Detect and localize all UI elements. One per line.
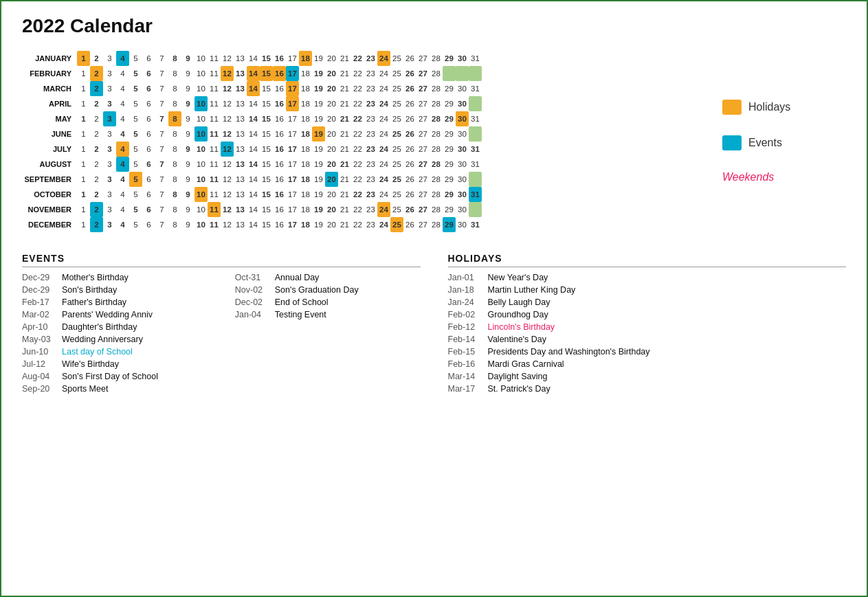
calendar-cell[interactable]: 23 [364, 157, 377, 172]
calendar-cell[interactable]: 4 [116, 51, 129, 66]
calendar-cell[interactable]: 19 [312, 217, 325, 232]
calendar-cell[interactable]: 22 [351, 81, 364, 96]
calendar-cell[interactable]: 13 [234, 111, 247, 126]
calendar-cell[interactable]: 29 [443, 202, 456, 217]
calendar-cell[interactable]: 22 [351, 202, 364, 217]
calendar-cell[interactable]: 17 [286, 66, 299, 81]
calendar-cell[interactable]: 20 [325, 66, 338, 81]
calendar-cell[interactable]: 21 [338, 96, 351, 111]
calendar-cell[interactable]: 29 [443, 172, 456, 187]
calendar-cell[interactable]: 24 [377, 157, 390, 172]
calendar-cell[interactable]: 2 [90, 51, 103, 66]
calendar-cell[interactable]: 25 [390, 202, 403, 217]
calendar-cell[interactable]: 12 [221, 126, 234, 142]
calendar-cell[interactable]: 25 [390, 142, 403, 157]
calendar-cell[interactable]: 3 [103, 187, 116, 202]
calendar-cell[interactable]: 16 [273, 157, 286, 172]
calendar-cell[interactable]: 18 [299, 81, 312, 96]
calendar-cell[interactable]: 14 [247, 142, 260, 157]
calendar-cell[interactable]: 25 [390, 111, 403, 126]
calendar-cell[interactable]: 2 [90, 142, 103, 157]
calendar-cell[interactable]: 12 [221, 66, 234, 81]
calendar-cell[interactable]: 4 [116, 202, 129, 217]
calendar-cell[interactable]: 11 [208, 157, 221, 172]
calendar-cell[interactable]: 25 [390, 157, 403, 172]
calendar-cell[interactable]: 13 [234, 187, 247, 202]
calendar-cell[interactable]: 5 [129, 157, 142, 172]
calendar-cell[interactable]: 11 [208, 142, 221, 157]
calendar-cell[interactable]: 13 [234, 81, 247, 96]
calendar-cell[interactable]: 9 [181, 111, 194, 126]
calendar-cell[interactable]: 17 [286, 142, 299, 157]
calendar-cell[interactable]: 7 [155, 172, 168, 187]
calendar-cell[interactable]: 27 [416, 81, 430, 96]
calendar-cell[interactable]: 8 [168, 142, 181, 157]
calendar-cell[interactable]: 23 [364, 51, 377, 66]
calendar-cell[interactable]: 25 [390, 126, 403, 142]
calendar-cell[interactable]: 1 [77, 142, 90, 157]
calendar-cell[interactable]: 30 [456, 142, 469, 157]
calendar-cell[interactable]: 26 [403, 111, 416, 126]
calendar-cell[interactable]: 29 [443, 51, 456, 66]
calendar-cell[interactable]: 11 [208, 172, 221, 187]
calendar-cell[interactable]: 10 [194, 66, 208, 81]
calendar-cell[interactable]: 22 [351, 111, 364, 126]
calendar-cell[interactable]: 21 [338, 157, 351, 172]
calendar-cell[interactable]: 19 [312, 51, 325, 66]
calendar-cell[interactable]: 10 [194, 187, 208, 202]
calendar-cell[interactable]: 18 [299, 187, 312, 202]
calendar-cell[interactable]: 19 [312, 202, 325, 217]
calendar-cell[interactable]: 6 [142, 51, 155, 66]
calendar-cell[interactable]: 24 [377, 217, 390, 232]
calendar-cell[interactable]: 28 [430, 96, 443, 111]
calendar-cell[interactable]: 31 [469, 157, 482, 172]
calendar-cell[interactable]: 22 [351, 157, 364, 172]
calendar-cell[interactable]: 23 [364, 66, 377, 81]
calendar-cell[interactable]: 28 [430, 217, 443, 232]
calendar-cell[interactable]: 30 [456, 126, 469, 142]
calendar-cell[interactable]: 5 [129, 217, 142, 232]
calendar-cell[interactable]: 30 [456, 81, 469, 96]
calendar-cell[interactable]: 4 [116, 126, 129, 142]
calendar-cell[interactable]: 14 [247, 66, 260, 81]
calendar-cell[interactable]: 12 [221, 81, 234, 96]
calendar-cell[interactable]: 30 [456, 51, 469, 66]
calendar-cell[interactable]: 19 [312, 187, 325, 202]
calendar-cell[interactable]: 29 [443, 96, 456, 111]
calendar-cell[interactable]: 18 [299, 142, 312, 157]
calendar-cell[interactable]: 24 [377, 96, 390, 111]
calendar-cell[interactable]: 20 [325, 126, 338, 142]
calendar-cell[interactable]: 13 [234, 51, 247, 66]
calendar-cell[interactable]: 29 [443, 81, 456, 96]
calendar-cell[interactable]: 11 [208, 111, 221, 126]
calendar-cell[interactable]: 1 [77, 66, 90, 81]
calendar-cell[interactable]: 8 [168, 66, 181, 81]
calendar-cell[interactable]: 11 [208, 81, 221, 96]
calendar-cell[interactable]: 4 [116, 187, 129, 202]
calendar-cell[interactable]: 6 [142, 96, 155, 111]
calendar-cell[interactable]: 20 [325, 202, 338, 217]
calendar-cell[interactable]: 22 [351, 172, 364, 187]
calendar-cell[interactable]: 15 [260, 187, 273, 202]
calendar-cell[interactable]: 15 [260, 157, 273, 172]
calendar-cell[interactable]: 14 [247, 187, 260, 202]
calendar-cell[interactable]: 8 [168, 187, 181, 202]
calendar-cell[interactable]: 11 [208, 202, 221, 217]
calendar-cell[interactable]: 2 [90, 217, 103, 232]
calendar-cell[interactable]: 26 [403, 217, 416, 232]
calendar-cell[interactable]: 26 [403, 126, 416, 142]
calendar-cell[interactable]: 7 [155, 126, 168, 142]
calendar-cell[interactable]: 5 [129, 111, 142, 126]
calendar-cell[interactable]: 16 [273, 51, 286, 66]
calendar-cell[interactable]: 21 [338, 66, 351, 81]
calendar-cell[interactable]: 21 [338, 172, 351, 187]
calendar-cell[interactable]: 24 [377, 81, 390, 96]
calendar-cell[interactable]: 16 [273, 81, 286, 96]
calendar-cell[interactable]: 3 [103, 96, 116, 111]
calendar-cell[interactable]: 3 [103, 81, 116, 96]
calendar-cell[interactable]: 20 [325, 96, 338, 111]
calendar-cell[interactable]: 13 [234, 66, 247, 81]
calendar-cell[interactable]: 20 [325, 142, 338, 157]
calendar-cell[interactable]: 29 [443, 111, 456, 126]
calendar-cell[interactable]: 1 [77, 157, 90, 172]
